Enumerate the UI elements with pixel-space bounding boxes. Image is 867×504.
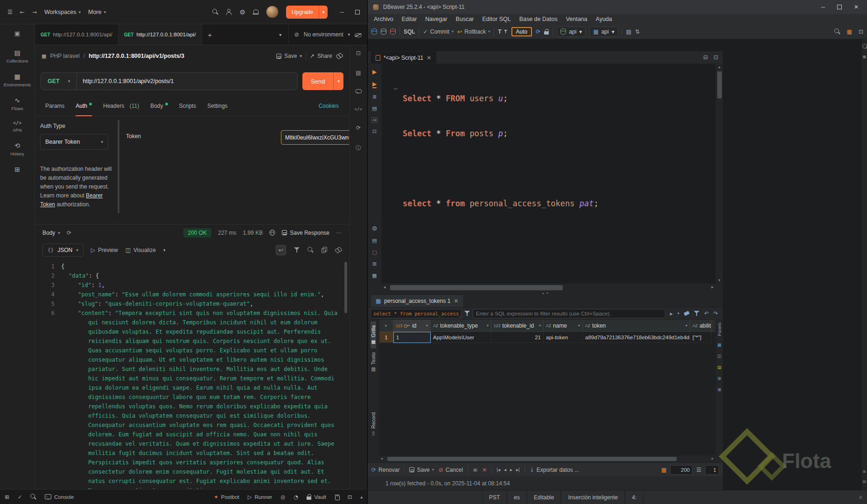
editable-indicator[interactable]: Editable bbox=[527, 490, 561, 504]
new-sql-editor-button[interactable]: SQL bbox=[404, 28, 415, 35]
workspace-rail-icon[interactable]: ▣ bbox=[14, 30, 20, 37]
save-results-button[interactable]: Save ▾ bbox=[409, 467, 434, 473]
menu-navegar[interactable]: Navegar bbox=[421, 16, 451, 22]
token-input[interactable] bbox=[285, 134, 356, 141]
sort-chevron-icon[interactable]: ▾ bbox=[685, 323, 687, 328]
layout-grid-icon[interactable]: ▦ bbox=[372, 273, 377, 279]
environment-quick-look-icon[interactable] bbox=[355, 32, 362, 37]
invite-user-icon[interactable] bbox=[226, 9, 232, 15]
cell-tokenable-type[interactable]: App\Models\User bbox=[431, 332, 491, 343]
tab-settings[interactable]: Settings bbox=[207, 96, 227, 116]
results-tab[interactable]: ▦ personal_access_tokens 1 ✕ bbox=[371, 294, 464, 307]
grid-corner-cell[interactable]: ▸ bbox=[379, 320, 393, 331]
view-tab-record[interactable]: ▭Record bbox=[371, 408, 376, 440]
apply-filter-icon[interactable]: ▸ bbox=[670, 310, 673, 317]
minimized-panel-icon[interactable]: ⊞ bbox=[863, 469, 867, 474]
minimized-search-icon[interactable] bbox=[862, 44, 867, 48]
filter-response-icon[interactable] bbox=[294, 247, 300, 252]
caret-position-indicator[interactable]: 4: bbox=[625, 490, 643, 504]
sidebar-item-more-blocks[interactable]: ⊞ bbox=[0, 162, 35, 177]
timezone-indicator[interactable]: PST bbox=[482, 490, 507, 504]
row-position-input[interactable] bbox=[705, 465, 719, 475]
sidebar-item-history[interactable]: ⟲ History bbox=[0, 138, 35, 160]
explain-plan-icon[interactable]: ≣ bbox=[372, 94, 377, 100]
filter-history-chevron-icon[interactable]: ▾ bbox=[678, 311, 679, 315]
value-panel-icon[interactable]: ▦ bbox=[717, 343, 721, 347]
error-marker-icon[interactable]: ▢ bbox=[372, 249, 377, 255]
cookies-link[interactable]: Cookies bbox=[319, 103, 339, 109]
minimize-editor-icon[interactable]: ⊟ bbox=[703, 54, 708, 61]
minimized-view-icon[interactable]: ▦ bbox=[863, 55, 867, 59]
row-number-cell[interactable]: 1 bbox=[379, 332, 393, 343]
sidebar-toggle-icon[interactable]: ⊞ bbox=[5, 494, 9, 500]
postbot-button[interactable]: ✦ Postbot bbox=[214, 494, 239, 500]
close-results-icon[interactable]: ✕ bbox=[454, 298, 458, 304]
save-chevron-icon[interactable]: ▾ bbox=[300, 54, 302, 58]
network-info-icon[interactable] bbox=[269, 230, 275, 236]
trash-icon[interactable] bbox=[335, 494, 339, 500]
cell-tokenable-id[interactable]: 21 bbox=[491, 332, 544, 343]
sidebar-item-apis[interactable]: </> APIs bbox=[0, 117, 35, 136]
environment-selector[interactable]: ⊘ No environment ▾ bbox=[288, 24, 367, 45]
response-body-dropdown[interactable]: Body ▾ bbox=[42, 230, 60, 236]
column-header-tokenable-id[interactable]: 123 tokenable_id ▾ bbox=[491, 320, 544, 331]
editor-horizontal-scrollbar[interactable]: ◂ ▸ bbox=[368, 283, 723, 292]
find-icon[interactable] bbox=[30, 494, 36, 500]
column-header-tokenable-type[interactable]: AZ tokenable_type ▾ bbox=[431, 320, 491, 331]
scrollbar-thumb[interactable] bbox=[390, 285, 563, 290]
scrollbar-thumb[interactable] bbox=[717, 71, 722, 98]
expand-footer-icon[interactable]: ▴ bbox=[360, 495, 363, 499]
toolbar-search-icon[interactable] bbox=[834, 28, 840, 35]
grid-horizontal-scrollbar[interactable]: ◂ ▸ bbox=[368, 455, 723, 462]
calc-panel-icon[interactable]: ⊞ bbox=[718, 376, 721, 381]
menu-editar[interactable]: Editar bbox=[398, 16, 421, 22]
request-tab-1[interactable]: GET http://127.0.0.1:8001/api/ bbox=[35, 24, 119, 45]
close-button[interactable]: ✕ bbox=[854, 4, 859, 10]
first-row-icon[interactable]: |◂ bbox=[496, 467, 500, 472]
forward-icon[interactable]: → bbox=[32, 9, 37, 15]
new-tab-button[interactable]: + bbox=[202, 24, 218, 45]
search-icon[interactable] bbox=[212, 9, 218, 15]
save-response-button[interactable]: Save Response bbox=[282, 230, 329, 236]
auth-type-dropdown[interactable]: Bearer Token ▾ bbox=[40, 134, 108, 150]
sync-icon[interactable]: ⇅ bbox=[635, 28, 640, 35]
last-row-icon[interactable]: ▸| bbox=[516, 467, 520, 472]
tab-list-chevron-icon[interactable]: ▾ bbox=[273, 24, 288, 45]
minimized-console-icon[interactable]: ▤ bbox=[863, 479, 867, 483]
sort-chevron-icon[interactable]: ▾ bbox=[578, 323, 580, 328]
search-response-icon[interactable] bbox=[308, 247, 314, 253]
menu-archivo[interactable]: Archivo bbox=[370, 16, 398, 22]
fetch-size-input[interactable] bbox=[670, 465, 692, 475]
add-row-icon[interactable]: ≡ bbox=[473, 467, 477, 473]
breadcrumb-request-name[interactable]: http://127.0.0.1:8001/api/v1/posts/3 bbox=[89, 53, 273, 59]
minimize-button[interactable]: ─ bbox=[821, 4, 825, 10]
delete-row-icon[interactable]: ✕ bbox=[482, 467, 487, 473]
upgrade-chevron-icon[interactable]: ▾ bbox=[319, 6, 328, 19]
capture-icon[interactable]: ◎ bbox=[280, 494, 285, 500]
related-requests-icon[interactable]: ⟳ bbox=[356, 125, 361, 131]
editor-tab-script-11[interactable]: *<api> Script-11 ✕ bbox=[371, 51, 436, 63]
menu-editor-sql[interactable]: Editor SQL bbox=[478, 16, 515, 22]
copy-response-icon[interactable] bbox=[322, 247, 327, 253]
column-header-token[interactable]: AZ token ▾ bbox=[583, 320, 690, 331]
cell-abilities[interactable]: ["*"] bbox=[690, 332, 712, 343]
format-chevron-icon[interactable]: ▾ bbox=[76, 248, 78, 252]
lock-icon[interactable] bbox=[544, 29, 549, 35]
back-icon[interactable]: ← bbox=[20, 9, 25, 15]
sidebar-item-flows[interactable]: ∿ Flows bbox=[0, 93, 35, 115]
url-input[interactable] bbox=[77, 73, 297, 90]
script-doc-icon[interactable]: ▤ bbox=[372, 238, 377, 244]
connection-icon[interactable] bbox=[381, 28, 386, 35]
tab-body[interactable]: Body bbox=[150, 96, 168, 116]
menu-buscar[interactable]: Buscar bbox=[452, 16, 478, 22]
source-query-chip[interactable]: select * from personal_access_tokens bbox=[371, 309, 461, 318]
code-snippet-icon[interactable]: </> bbox=[355, 107, 362, 112]
documentation-icon[interactable]: ▤ bbox=[356, 70, 361, 76]
custom-filter-icon[interactable] bbox=[694, 311, 699, 316]
scrollbar-thumb[interactable] bbox=[387, 457, 677, 461]
cancel-button[interactable]: ⊘ Cancel bbox=[439, 467, 463, 473]
save-button[interactable]: Save ▾ bbox=[276, 53, 302, 59]
sidebar-item-environments[interactable]: ▦ Environments bbox=[0, 69, 35, 91]
transaction-log-icon[interactable]: T bbox=[498, 28, 507, 35]
hamburger-menu-icon[interactable]: ☰ bbox=[7, 9, 13, 15]
